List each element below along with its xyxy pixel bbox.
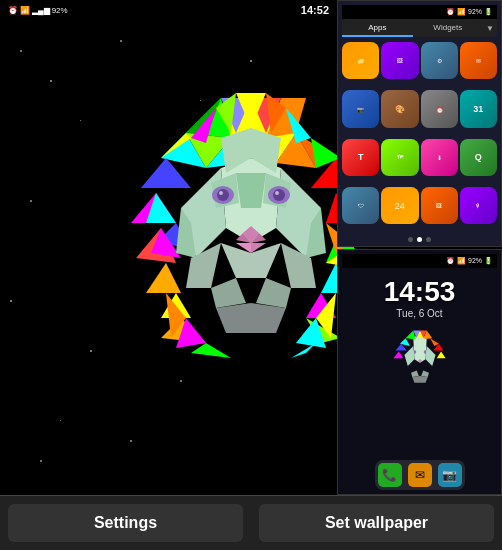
svg-marker-79 bbox=[413, 337, 426, 363]
dot-1 bbox=[408, 237, 413, 242]
app-gallery2[interactable]: 🖼 bbox=[421, 187, 458, 224]
svg-point-45 bbox=[273, 189, 285, 201]
svg-marker-75 bbox=[430, 338, 439, 346]
svg-marker-58 bbox=[216, 303, 286, 333]
ls-battery: 92% 🔋 bbox=[468, 257, 493, 265]
app-quickoffice[interactable]: Q bbox=[460, 139, 497, 176]
svg-marker-39 bbox=[236, 173, 266, 208]
signal-icon: ▂▄▆ bbox=[32, 6, 50, 15]
lock-screen-time: 14:53 bbox=[384, 276, 456, 308]
svg-marker-57 bbox=[256, 278, 291, 308]
app-s-planner[interactable]: 31 bbox=[460, 90, 497, 127]
hs-status-icons: ⏰ 📶 bbox=[446, 8, 466, 16]
dock-email[interactable]: ✉ bbox=[408, 463, 432, 487]
dot-2 bbox=[417, 237, 422, 242]
right-panel: ⏰ 📶 92% 🔋 Apps Widgets ▼ 📁 bbox=[337, 0, 502, 495]
lockscreen-lion bbox=[370, 326, 470, 406]
settings-button[interactable]: Settings bbox=[8, 504, 243, 542]
homescreen-preview: ⏰ 📶 92% 🔋 Apps Widgets ▼ 📁 bbox=[337, 0, 502, 247]
app-myfiles[interactable]: 📁 bbox=[342, 42, 379, 79]
tab-apps[interactable]: Apps bbox=[342, 19, 413, 37]
app-downloads[interactable]: ⬇ bbox=[421, 139, 458, 176]
dock-phone[interactable]: 📞 bbox=[378, 463, 402, 487]
app-voice[interactable]: 🎙 bbox=[460, 187, 497, 224]
svg-marker-86 bbox=[425, 346, 435, 366]
svg-marker-88 bbox=[421, 370, 429, 377]
lockscreen-dock: 📞 ✉ 📷 bbox=[375, 460, 465, 490]
app-clock[interactable]: ⏰ bbox=[421, 90, 458, 127]
hs-battery: 92% 🔋 bbox=[468, 8, 493, 16]
svg-marker-7 bbox=[146, 263, 181, 293]
tab-widgets[interactable]: Widgets bbox=[413, 19, 484, 37]
set-wallpaper-button[interactable]: Set wallpaper bbox=[259, 504, 494, 542]
bottom-toolbar: Settings Set wallpaper bbox=[0, 495, 502, 550]
svg-marker-85 bbox=[404, 346, 414, 366]
status-bar: ⏰ 📶 ▂▄▆ 92% 14:52 bbox=[0, 0, 337, 20]
app-gt-security[interactable]: 🛡 bbox=[342, 187, 379, 224]
alarm-icon: ⏰ bbox=[8, 6, 18, 15]
svg-point-44 bbox=[217, 189, 229, 201]
page-dots bbox=[342, 237, 497, 242]
svg-marker-77 bbox=[436, 351, 445, 358]
dock-camera[interactable]: 📷 bbox=[438, 463, 462, 487]
lockscreen-preview: ⏰ 📶 92% 🔋 14:53 Tue, 6 Oct bbox=[337, 249, 502, 496]
svg-marker-56 bbox=[211, 278, 246, 308]
tab-scroll-arrow[interactable]: ▼ bbox=[483, 19, 497, 37]
wifi-icon: 📶 bbox=[20, 6, 30, 15]
svg-marker-31 bbox=[191, 343, 231, 358]
svg-point-46 bbox=[219, 191, 223, 195]
app-calculator[interactable]: T bbox=[342, 139, 379, 176]
dot-3 bbox=[426, 237, 431, 242]
app-messaging[interactable]: ✉ bbox=[460, 42, 497, 79]
app-paper-artist[interactable]: 🎨 bbox=[381, 90, 418, 127]
svg-marker-89 bbox=[412, 376, 428, 383]
app-note[interactable]: 24 bbox=[381, 187, 418, 224]
homescreen-status-bar: ⏰ 📶 92% 🔋 bbox=[342, 5, 497, 19]
app-gallery[interactable]: 🖼 bbox=[381, 42, 418, 79]
app-settings[interactable]: ⚙ bbox=[421, 42, 458, 79]
svg-marker-78 bbox=[393, 351, 403, 358]
app-camera[interactable]: 📷 bbox=[342, 90, 379, 127]
status-icons-left: ⏰ 📶 ▂▄▆ 92% bbox=[8, 6, 68, 15]
status-time: 14:52 bbox=[301, 4, 329, 16]
lock-screen-date: Tue, 6 Oct bbox=[396, 308, 442, 319]
lockscreen-status-bar: ⏰ 📶 92% 🔋 bbox=[342, 254, 497, 268]
svg-point-47 bbox=[275, 191, 279, 195]
app-grid: 📁 🖼 ⚙ ✉ 📷 🎨 ⏰ 31 T 🗺 ⬇ Q 🛡 24 🖼 🎙 bbox=[342, 42, 497, 234]
svg-marker-87 bbox=[411, 370, 419, 377]
ls-status-icons: ⏰ 📶 bbox=[446, 257, 466, 265]
app-maps[interactable]: 🗺 bbox=[381, 139, 418, 176]
battery-text: 92% bbox=[52, 6, 68, 15]
